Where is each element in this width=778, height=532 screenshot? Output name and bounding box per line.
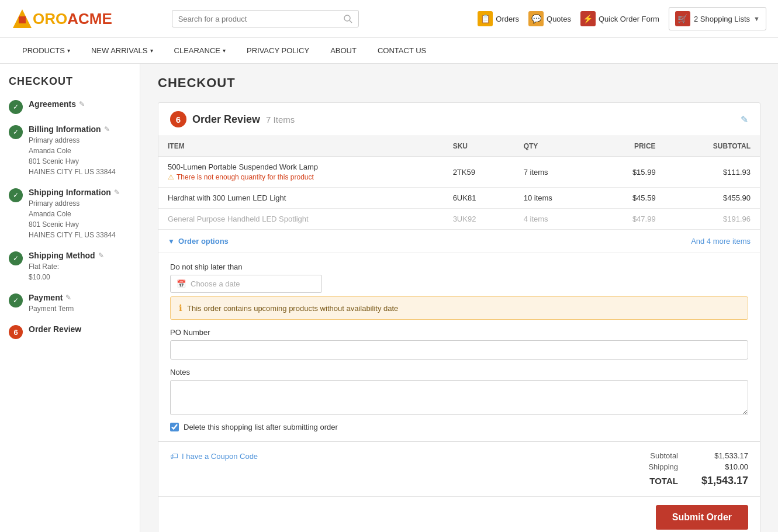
order-footer: 🏷 I have a Coupon Code Subtotal $1,533.1…: [158, 442, 760, 496]
sidebar-step-order-review: 6 Order Review: [9, 324, 131, 339]
delete-list-checkbox[interactable]: [170, 423, 179, 431]
svg-line-3: [350, 20, 352, 23]
nav-item-about[interactable]: ABOUT: [320, 38, 367, 64]
orders-label: Orders: [496, 15, 519, 23]
nav-item-new-arrivals[interactable]: NEW ARRIVALS ▾: [81, 38, 164, 64]
checkout-sidebar-title: CHECKOUT: [9, 75, 131, 88]
order-card: 6 Order Review 7 Items ✎ Item SKU Qty Pr…: [158, 102, 760, 532]
calendar-icon: 📅: [177, 279, 186, 288]
step-edit-icon-shipping-info[interactable]: ✎: [114, 188, 120, 196]
orders-action[interactable]: 📋 Orders: [478, 11, 519, 26]
submit-area: Submit Order: [158, 496, 760, 532]
step-title-payment: Payment: [29, 293, 63, 302]
step-content-order-review: Order Review: [29, 324, 131, 334]
date-placeholder: Choose a date: [191, 279, 240, 288]
quick-order-action[interactable]: ⚡ Quick Order Form: [580, 11, 659, 26]
col-header-price: Price: [594, 136, 665, 157]
item-sku-1: 2TK59: [444, 157, 514, 188]
nav-label-about: ABOUT: [330, 46, 357, 55]
shopping-lists-icon: 🛒: [675, 11, 690, 26]
item-sku-2: 6UK81: [444, 188, 514, 209]
nav-dropdown-icon-new-arrivals: ▾: [150, 47, 153, 54]
order-options-form: Do not ship later than 📅 Choose a date ℹ…: [158, 253, 760, 441]
logo-oro: ORO: [33, 10, 67, 28]
sidebar-step-billing: ✓ Billing Information ✎ Primary addressA…: [9, 125, 131, 177]
step-check-icon-agreements: ✓: [9, 100, 23, 114]
po-number-group: PO Number: [170, 328, 748, 360]
logo[interactable]: ORO ACME: [12, 8, 112, 29]
quotes-label: Quotes: [547, 15, 571, 23]
and-more-items-link[interactable]: And 4 more items: [691, 237, 751, 246]
submit-order-button[interactable]: Submit Order: [656, 505, 748, 530]
order-totals: Subtotal $1,533.17 Shipping $10.00 TOTAL…: [648, 451, 748, 487]
col-header-subtotal: Subtotal: [665, 136, 760, 157]
order-items-table: Item SKU Qty Price Subtotal 500-Lumen Po…: [158, 136, 760, 230]
item-name-1: 500-Lumen Portable Suspended Work Lamp ⚠…: [158, 157, 444, 188]
grand-total-row: TOTAL $1,543.17: [648, 475, 748, 487]
step-number-icon-order-review: 6: [9, 325, 23, 339]
ship-date-label: Do not ship later than: [170, 262, 748, 271]
table-row: General Purpose Handheld LED Spotlight 3…: [158, 209, 760, 230]
col-header-qty: Qty: [514, 136, 594, 157]
nav-item-privacy[interactable]: PRIVACY POLICY: [236, 38, 320, 64]
quick-order-icon: ⚡: [580, 11, 596, 26]
search-icon: [343, 14, 352, 23]
delete-list-label: Delete this shopping list after submitti…: [184, 423, 338, 431]
step-edit-icon-billing[interactable]: ✎: [104, 125, 110, 133]
step-edit-icon-agreements[interactable]: ✎: [79, 100, 85, 108]
quick-order-label: Quick Order Form: [599, 15, 659, 23]
quotes-action[interactable]: 💬 Quotes: [528, 11, 571, 26]
sidebar-step-shipping-info: ✓ Shipping Information ✎ Primary address…: [9, 188, 131, 240]
order-review-title: Order Review: [192, 113, 260, 126]
step-check-icon-billing: ✓: [9, 125, 23, 139]
header: ORO ACME 📋 Orders 💬 Quotes ⚡ Quick Order…: [0, 0, 778, 38]
item-price-2: $45.59: [594, 188, 665, 209]
availability-alert: ℹ This order contains upcoming products …: [170, 296, 748, 320]
step-edit-icon-shipping-method[interactable]: ✎: [98, 251, 104, 260]
item-subtotal-2: $455.90: [665, 188, 760, 209]
grand-total-label: TOTAL: [649, 476, 678, 486]
order-options-toggle[interactable]: ▼ Order options: [168, 237, 229, 246]
item-name-3: General Purpose Handheld LED Spotlight: [158, 209, 444, 230]
svg-point-2: [344, 15, 350, 21]
coupon-link[interactable]: 🏷 I have a Coupon Code: [170, 451, 258, 461]
shopping-lists-button[interactable]: 🛒 2 Shopping Lists ▼: [669, 7, 766, 30]
notes-label: Notes: [170, 368, 748, 376]
step-title-billing: Billing Information: [29, 125, 101, 134]
main-layout: CHECKOUT ✓ Agreements ✎ ✓ Billing Inform…: [0, 64, 778, 532]
nav-item-contact[interactable]: CONTACT US: [367, 38, 437, 64]
nav-item-products[interactable]: PRODUCTS ▾: [12, 38, 81, 64]
delete-list-checkbox-row: Delete this shopping list after submitti…: [170, 423, 748, 431]
step-edit-icon-payment[interactable]: ✎: [65, 293, 71, 302]
step-detail-shipping-info: Primary addressAmanda Cole801 Scenic Hwy…: [29, 198, 131, 240]
sidebar: CHECKOUT ✓ Agreements ✎ ✓ Billing Inform…: [0, 64, 140, 532]
grand-total-value: $1,543.17: [701, 475, 748, 487]
step-content-shipping-info: Shipping Information ✎ Primary addressAm…: [29, 188, 131, 240]
step-check-icon-shipping-method: ✓: [9, 251, 23, 265]
nav-bar: PRODUCTS ▾ NEW ARRIVALS ▾ CLEARANCE ▾ PR…: [0, 38, 778, 64]
shipping-row: Shipping $10.00: [648, 462, 748, 471]
nav-dropdown-icon-clearance: ▾: [223, 47, 226, 54]
search-bar: [172, 10, 359, 27]
step-title-order-review: Order Review: [29, 324, 81, 334]
step-content-shipping-method: Shipping Method ✎ Flat Rate:$10.00: [29, 251, 131, 282]
item-sku-3: 3UK92: [444, 209, 514, 230]
date-picker[interactable]: 📅 Choose a date: [170, 275, 322, 293]
shipping-label: Shipping: [648, 462, 678, 471]
coupon-icon: 🏷: [170, 451, 178, 461]
logo-icon: [12, 8, 33, 29]
notes-textarea[interactable]: [170, 380, 748, 415]
order-options-label: Order options: [178, 237, 229, 246]
item-price-1: $15.99: [594, 157, 665, 188]
item-qty-3: 4 items: [514, 209, 594, 230]
page-title: CHECKOUT: [158, 75, 760, 91]
step-detail-billing: Primary addressAmanda Cole801 Scenic Hwy…: [29, 135, 131, 177]
nav-item-clearance[interactable]: CLEARANCE ▾: [164, 38, 236, 64]
sidebar-step-shipping-method: ✓ Shipping Method ✎ Flat Rate:$10.00: [9, 251, 131, 282]
subtotal-value: $1,533.17: [701, 451, 748, 460]
search-input[interactable]: [178, 15, 343, 23]
po-number-input[interactable]: [170, 340, 748, 360]
po-number-label: PO Number: [170, 328, 748, 337]
step-detail-shipping-method: Flat Rate:$10.00: [29, 261, 131, 282]
order-edit-icon[interactable]: ✎: [741, 114, 748, 125]
